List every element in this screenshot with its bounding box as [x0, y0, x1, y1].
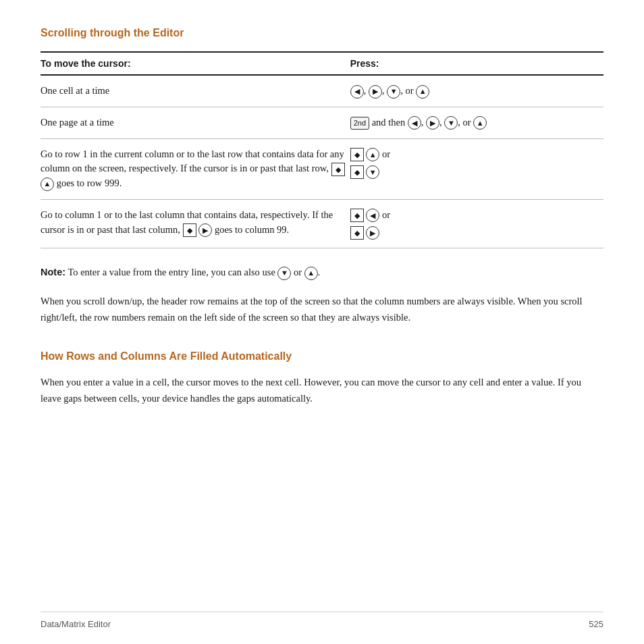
row3-keys: ◆ ▲ or ◆ ▼ — [350, 138, 603, 199]
up-arrow-icon: ▲ — [473, 116, 487, 130]
or-text: or — [382, 209, 390, 220]
row1-keys: ◀, ▶, ▼, or ▲ — [350, 75, 603, 107]
section-title-1: Scrolling through the Editor — [41, 27, 603, 39]
row2-desc: One page at a time — [41, 107, 350, 138]
page-footer: Data/Matrix Editor 525 — [41, 612, 603, 629]
page-container: Scrolling through the Editor To move the… — [0, 0, 644, 464]
table-row: Go to column 1 or to the last column tha… — [41, 199, 603, 248]
diamond-icon: ◆ — [350, 226, 364, 240]
diamond-icon: ◆ — [350, 165, 364, 179]
row4-desc: Go to column 1 or to the last column tha… — [41, 199, 350, 248]
row2-keys: 2nd and then ◀, ▶, ▼, or ▲ — [350, 107, 603, 138]
row3-desc: Go to row 1 in the current column or to … — [41, 138, 350, 199]
2nd-key-icon: 2nd — [350, 117, 369, 129]
left-arrow-icon: ◀ — [408, 116, 421, 130]
row4-keys: ◆ ◀ or ◆ ▶ — [350, 199, 603, 248]
diamond-icon: ◆ — [350, 209, 364, 222]
right-arrow-icon: ▶ — [426, 116, 439, 130]
note-paragraph: Note: To enter a value from the entry li… — [41, 265, 603, 280]
table-row: Go to row 1 in the current column or to … — [41, 138, 603, 199]
right-arrow-icon: ▶ — [369, 85, 382, 99]
col2-header: Press: — [350, 52, 603, 75]
diamond-key-icon: ◆ — [331, 163, 345, 176]
down-arrow-icon: ▼ — [444, 116, 458, 130]
note-label: Note: — [41, 267, 65, 277]
up-arrow-icon: ▲ — [416, 85, 429, 99]
diamond-icon: ◆ — [350, 148, 364, 161]
table-row: One page at a time 2nd and then ◀, ▶, ▼,… — [41, 107, 603, 138]
footer-left: Data/Matrix Editor — [41, 619, 111, 629]
down-circle-icon: ▼ — [366, 165, 379, 179]
up-circle-icon: ▲ — [366, 148, 379, 161]
right-circle-icon: ▶ — [366, 226, 379, 240]
up-circle-icon: ▲ — [41, 178, 54, 191]
paragraph1: When you scroll down/up, the header row … — [41, 294, 603, 326]
left-arrow-icon: ◀ — [350, 85, 364, 99]
table-row: One cell at a time ◀, ▶, ▼, or ▲ — [41, 75, 603, 107]
down-circle-note-icon: ▼ — [277, 267, 291, 280]
row1-desc: One cell at a time — [41, 75, 350, 107]
diamond-key-icon: ◆ — [183, 223, 196, 237]
right-circle-icon: ▶ — [198, 223, 212, 237]
section-title-2: How Rows and Columns Are Filled Automati… — [41, 350, 603, 363]
or-text: or — [382, 149, 390, 159]
up-circle-note-icon: ▲ — [304, 267, 318, 280]
footer-right: 525 — [589, 619, 603, 629]
paragraph2: When you enter a value in a cell, the cu… — [41, 375, 603, 407]
left-circle-icon: ◀ — [366, 209, 379, 222]
scrolling-table: To move the cursor: Press: One cell at a… — [41, 51, 603, 248]
col1-header: To move the cursor: — [41, 52, 350, 75]
down-arrow-icon: ▼ — [387, 85, 400, 99]
